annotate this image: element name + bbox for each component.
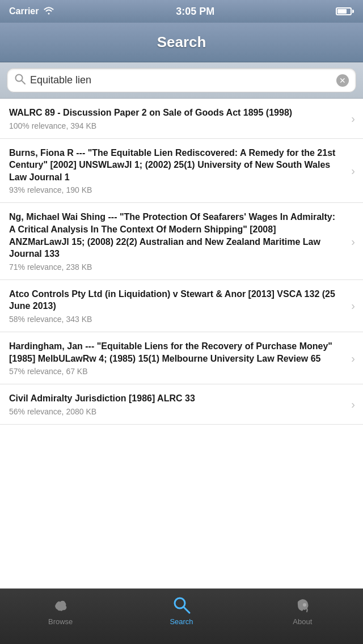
result-title: WALRC 89 - Discussion Paper 2 on Sale of… <box>9 107 338 119</box>
search-input[interactable] <box>30 74 336 86</box>
result-item[interactable]: Ng, Michael Wai Shing --- "The Protectio… <box>0 203 363 279</box>
tab-about-label: About <box>293 617 312 626</box>
chevron-right-icon: › <box>351 235 355 248</box>
chevron-right-icon: › <box>351 397 355 410</box>
result-meta: 56% relevance, 2080 KB <box>9 407 338 416</box>
result-title: Atco Controls Pty Ltd (in Liquidation) v… <box>9 288 338 312</box>
tab-bar: Browse Search About <box>0 588 363 644</box>
status-bar: Carrier 3:05 PM <box>0 0 363 23</box>
result-item[interactable]: Burns, Fiona R --- "The Equitable Lien R… <box>0 139 363 204</box>
clear-search-button[interactable]: ✕ <box>336 74 349 87</box>
chevron-right-icon: › <box>351 351 355 365</box>
chevron-right-icon: › <box>351 299 355 312</box>
about-icon <box>292 595 313 615</box>
chevron-right-icon: › <box>351 112 355 125</box>
result-item[interactable]: WALRC 89 - Discussion Paper 2 on Sale of… <box>0 99 363 139</box>
browse-icon <box>50 595 71 615</box>
tab-about[interactable]: About <box>242 595 363 626</box>
result-title: Hardingham, Jan --- "Equitable Liens for… <box>9 340 338 365</box>
time-label: 3:05 PM <box>176 6 214 18</box>
nav-title: Search <box>157 33 206 51</box>
result-meta: 71% relevance, 238 KB <box>9 262 338 272</box>
result-item[interactable]: Civil Admiralty Jurisdiction [1986] ALRC… <box>0 384 363 425</box>
result-meta: 93% relevance, 190 KB <box>9 185 338 194</box>
search-tab-icon <box>171 595 192 615</box>
tab-browse[interactable]: Browse <box>0 595 121 626</box>
result-title: Ng, Michael Wai Shing --- "The Protectio… <box>9 211 338 260</box>
status-left: Carrier <box>9 6 54 17</box>
result-title: Civil Admiralty Jurisdiction [1986] ALRC… <box>9 392 338 405</box>
result-item[interactable]: Hardingham, Jan --- "Equitable Liens for… <box>0 332 363 384</box>
carrier-label: Carrier <box>9 6 39 16</box>
result-meta: 100% relevance, 394 KB <box>9 121 338 130</box>
wifi-icon <box>43 6 54 17</box>
results-list: WALRC 89 - Discussion Paper 2 on Sale of… <box>0 99 363 593</box>
tab-browse-label: Browse <box>48 617 73 626</box>
status-right <box>336 7 354 15</box>
search-bar: ✕ <box>7 68 356 92</box>
result-title: Burns, Fiona R --- "The Equitable Lien R… <box>9 147 338 184</box>
svg-line-1 <box>22 80 25 84</box>
svg-point-2 <box>64 606 66 608</box>
search-icon <box>14 73 26 87</box>
result-meta: 58% relevance, 343 KB <box>9 315 338 324</box>
battery-icon <box>336 7 354 15</box>
tab-search[interactable]: Search <box>121 595 242 626</box>
tab-search-label: Search <box>170 617 193 626</box>
svg-point-5 <box>303 603 306 607</box>
nav-bar: Search <box>0 23 363 62</box>
svg-line-4 <box>184 607 189 613</box>
chevron-right-icon: › <box>351 164 355 177</box>
result-item[interactable]: Atco Controls Pty Ltd (in Liquidation) v… <box>0 280 363 332</box>
result-meta: 57% relevance, 67 KB <box>9 367 338 376</box>
search-bar-container: ✕ <box>0 62 363 99</box>
